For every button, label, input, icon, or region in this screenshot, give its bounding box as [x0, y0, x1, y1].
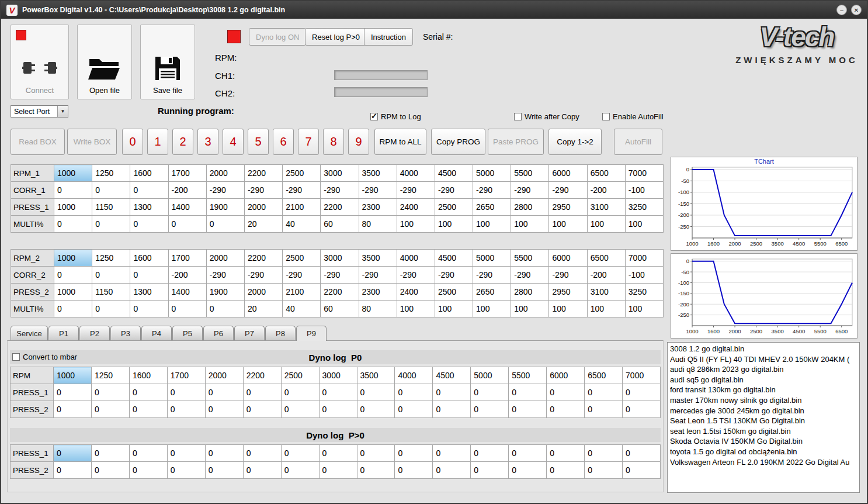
- table-cell[interactable]: 0: [357, 462, 395, 479]
- table-cell[interactable]: 1000: [54, 250, 92, 267]
- table-cell[interactable]: 3100: [587, 199, 625, 216]
- table-cell[interactable]: 100: [473, 301, 511, 317]
- table-cell[interactable]: 0: [585, 384, 623, 401]
- table-cell[interactable]: 0: [130, 182, 168, 199]
- table-cell[interactable]: 1250: [91, 367, 129, 384]
- table-cell[interactable]: 0: [471, 401, 509, 418]
- table-cell[interactable]: 0: [547, 384, 585, 401]
- file-list-item[interactable]: toyota 1.5 go digital od obciążenia.bin: [670, 447, 857, 457]
- table-cell[interactable]: 2500: [283, 250, 321, 267]
- table-cell[interactable]: -290: [511, 182, 549, 199]
- table-cell[interactable]: 1600: [130, 250, 168, 267]
- select-port-dropdown[interactable]: Select Port ▼: [11, 105, 68, 118]
- table-cell[interactable]: 2200: [321, 284, 359, 301]
- table-cell[interactable]: 2500: [435, 199, 473, 216]
- table-cell[interactable]: 4500: [435, 250, 473, 267]
- table-cell[interactable]: 100: [397, 301, 435, 317]
- table-cell[interactable]: 0: [623, 384, 661, 401]
- table-cell[interactable]: 0: [168, 301, 206, 317]
- table-cell[interactable]: 0: [130, 216, 168, 233]
- table-cell[interactable]: 0: [206, 301, 244, 317]
- table-cell[interactable]: 100: [587, 301, 625, 317]
- tab-p9[interactable]: P9: [296, 326, 327, 341]
- table-cell[interactable]: 0: [281, 401, 319, 418]
- table-cell[interactable]: 2800: [511, 284, 549, 301]
- tab-p3[interactable]: P3: [110, 326, 141, 340]
- table-cell[interactable]: 0: [91, 445, 129, 462]
- file-list-item[interactable]: seat leon 1.5tsi 150km go digital.bin: [670, 426, 857, 437]
- table-cell[interactable]: -290: [206, 182, 244, 199]
- table-cell[interactable]: 0: [623, 401, 661, 418]
- table-cell[interactable]: -290: [549, 267, 587, 284]
- table-cell[interactable]: 0: [130, 267, 168, 284]
- table-cell[interactable]: 0: [168, 216, 206, 233]
- table-cell[interactable]: 1400: [168, 199, 206, 216]
- table-cell[interactable]: 0: [92, 267, 130, 284]
- digit-button-4[interactable]: 4: [223, 129, 244, 155]
- table-cell[interactable]: 0: [547, 462, 585, 479]
- table-cell[interactable]: 0: [623, 445, 661, 462]
- table-cell[interactable]: 0: [243, 401, 281, 418]
- open-file-button[interactable]: Open file: [77, 25, 132, 99]
- table-cell[interactable]: 5500: [511, 250, 549, 267]
- table-cell[interactable]: 6500: [587, 250, 625, 267]
- table-cell[interactable]: 0: [129, 445, 167, 462]
- table-cell[interactable]: 40: [283, 301, 321, 317]
- table-cell[interactable]: 2300: [359, 199, 397, 216]
- table-cell[interactable]: -290: [397, 267, 435, 284]
- write-box-button[interactable]: Write BOX: [67, 129, 117, 155]
- table-cell[interactable]: 2950: [549, 199, 587, 216]
- dyno-log-on-button[interactable]: Dyno log ON: [249, 28, 306, 46]
- table-cell[interactable]: 2000: [206, 165, 244, 182]
- table-cell[interactable]: 0: [91, 384, 129, 401]
- table-cell[interactable]: 0: [281, 445, 319, 462]
- table-cell[interactable]: -290: [359, 267, 397, 284]
- file-list-item[interactable]: audi q8 286km 2023 go digital.bin: [670, 364, 857, 375]
- table-cell[interactable]: 2400: [397, 199, 435, 216]
- table-cell[interactable]: 0: [585, 445, 623, 462]
- enable-autofill-checkbox[interactable]: Enable AutoFill: [602, 112, 664, 121]
- table-cell[interactable]: 0: [357, 445, 395, 462]
- table-cell[interactable]: 2100: [283, 284, 321, 301]
- table-cell[interactable]: 40: [283, 216, 321, 233]
- table-cell[interactable]: 0: [91, 401, 129, 418]
- tab-p4[interactable]: P4: [141, 326, 172, 340]
- table-cell[interactable]: 1600: [129, 367, 167, 384]
- table-cell[interactable]: 0: [471, 384, 509, 401]
- table-cell[interactable]: 4000: [395, 367, 433, 384]
- table-cell[interactable]: -290: [359, 182, 397, 199]
- table-cell[interactable]: 0: [547, 445, 585, 462]
- table-cell[interactable]: 0: [509, 384, 547, 401]
- table-cell[interactable]: 0: [205, 401, 243, 418]
- table-cell[interactable]: 0: [357, 401, 395, 418]
- table-cell[interactable]: 2500: [283, 165, 321, 182]
- digit-button-2[interactable]: 2: [172, 129, 193, 155]
- digit-button-6[interactable]: 6: [273, 129, 294, 155]
- table-cell[interactable]: 2400: [397, 284, 435, 301]
- table-cell[interactable]: 0: [509, 401, 547, 418]
- table-cell[interactable]: 2200: [243, 367, 281, 384]
- table-cell[interactable]: 2000: [244, 284, 282, 301]
- table-cell[interactable]: 1150: [92, 284, 130, 301]
- table-cell[interactable]: 0: [92, 216, 130, 233]
- table-cell[interactable]: 2500: [435, 284, 473, 301]
- table-cell[interactable]: -200: [587, 182, 625, 199]
- write-after-copy-checkbox[interactable]: Write after Copy: [514, 112, 579, 121]
- table-cell[interactable]: -290: [473, 182, 511, 199]
- table-cell[interactable]: 3500: [359, 250, 397, 267]
- table-cell[interactable]: 0: [623, 462, 661, 479]
- digit-button-7[interactable]: 7: [298, 129, 319, 155]
- table-cell[interactable]: 0: [471, 462, 509, 479]
- autofill-button[interactable]: AutoFill: [614, 129, 662, 155]
- table-cell[interactable]: 3250: [625, 284, 663, 301]
- table-cell[interactable]: 0: [92, 182, 130, 199]
- table-cell[interactable]: 1900: [206, 199, 244, 216]
- table-cell[interactable]: 5500: [511, 165, 549, 182]
- tab-p1[interactable]: P1: [48, 326, 79, 340]
- table-cell[interactable]: -290: [511, 267, 549, 284]
- paste-prog-button[interactable]: Paste PROG: [488, 129, 544, 155]
- table-cell[interactable]: 2000: [206, 250, 244, 267]
- table-cell[interactable]: 0: [54, 267, 92, 284]
- save-file-button[interactable]: Save file: [140, 25, 195, 99]
- digit-button-1[interactable]: 1: [147, 129, 168, 155]
